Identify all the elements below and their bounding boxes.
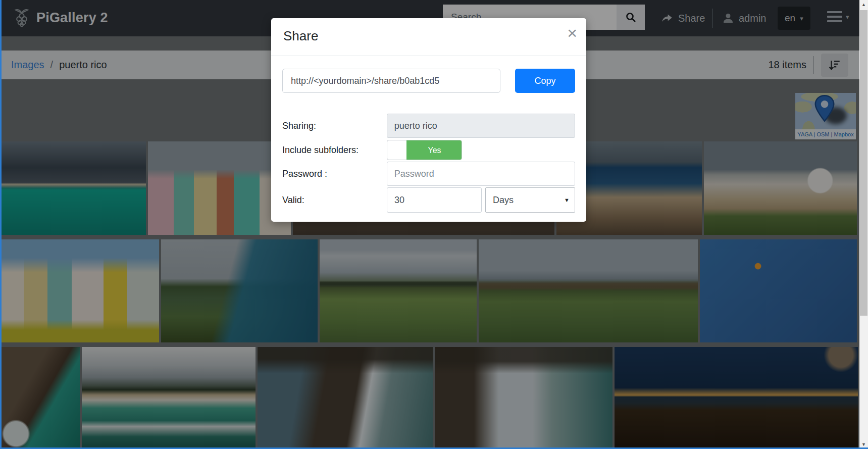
close-button[interactable]: × [567, 24, 577, 41]
valid-label: Valid: [282, 195, 387, 206]
password-field[interactable] [387, 162, 575, 186]
valid-unit-select[interactable]: Days ▼ [485, 187, 575, 213]
share-url-input[interactable] [282, 69, 500, 93]
include-subfolders-toggle[interactable]: Yes [387, 140, 462, 160]
focus-outline-left [0, 0, 2, 449]
share-dialog-header: Share × [271, 18, 586, 56]
app-root: PiGallery 2 Share [0, 0, 868, 449]
scroll-up-icon[interactable]: ▲ [859, 0, 868, 9]
select-caret-icon: ▼ [564, 197, 570, 203]
valid-unit-value: Days [493, 195, 514, 206]
share-dialog: Share × Copy Sharing: Include subfolders… [271, 18, 586, 222]
dialog-title: Share [283, 28, 318, 43]
scrollbar-thumb[interactable] [860, 10, 867, 316]
copy-button[interactable]: Copy [515, 69, 575, 93]
toggle-yes-state: Yes [406, 140, 462, 160]
sharing-value-input [387, 114, 575, 138]
sharing-label: Sharing: [282, 121, 387, 131]
valid-amount-input[interactable] [387, 187, 482, 213]
include-subfolders-label: Include subfolders: [282, 145, 387, 156]
password-label: Password : [282, 169, 387, 179]
page-scrollbar[interactable]: ▲ ▼ [859, 0, 868, 449]
